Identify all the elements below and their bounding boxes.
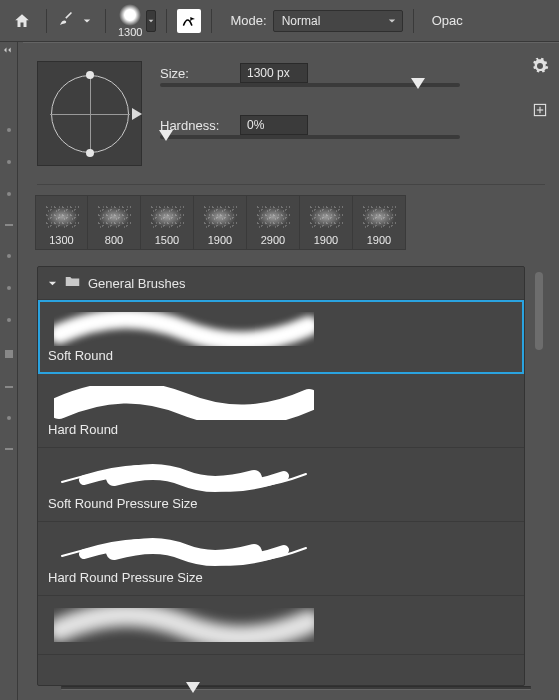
new-preset-icon: [532, 102, 548, 118]
recent-brush-item[interactable]: 1900: [300, 195, 353, 250]
brush-stroke-preview: [48, 604, 514, 640]
home-icon: [13, 12, 31, 30]
brush-list-item[interactable]: Hard Round Pressure Size: [38, 522, 524, 596]
slider-thumb[interactable]: [186, 682, 200, 693]
recent-brush-item[interactable]: 1900: [353, 195, 406, 250]
slider-thumb[interactable]: [411, 78, 425, 89]
angle-handle[interactable]: [86, 71, 94, 79]
brush-settings-panel: Size: 1300 px Hardness: 0%: [23, 42, 559, 700]
brush-angle-widget[interactable]: [37, 61, 142, 166]
brush-list: General Brushes Soft RoundHard RoundSoft…: [37, 266, 525, 686]
chevron-down-icon: [388, 14, 396, 28]
brush-name: Soft Round Pressure Size: [48, 496, 514, 511]
recent-brushes-strip: 130080015001900290019001900: [23, 185, 559, 258]
brush-stroke-preview: [48, 308, 514, 344]
brush-list-item[interactable]: Hard Round: [38, 374, 524, 448]
brush-list-item[interactable]: [38, 596, 524, 655]
brush-group-header[interactable]: General Brushes: [38, 267, 524, 300]
recent-brush-item[interactable]: 800: [88, 195, 141, 250]
tool-preset-picker[interactable]: [57, 10, 95, 31]
recent-brush-item[interactable]: 1500: [141, 195, 194, 250]
chevron-down-icon: [79, 13, 95, 29]
brush-name: Hard Round: [48, 422, 514, 437]
recent-brush-item[interactable]: 1900: [194, 195, 247, 250]
blend-mode-select[interactable]: Normal: [273, 10, 403, 32]
size-label: Size:: [160, 66, 230, 81]
brush-list-item[interactable]: Soft Round Pressure Size: [38, 448, 524, 522]
recent-brush-size: 1900: [367, 234, 391, 246]
brush-thumb: [42, 202, 82, 232]
brush-thumb: [94, 202, 134, 232]
slider-thumb[interactable]: [159, 130, 173, 141]
brush-stroke-preview: [48, 456, 514, 492]
new-brush-button[interactable]: [532, 102, 548, 121]
hardness-input[interactable]: 0%: [240, 115, 308, 135]
brush-thumb: [200, 202, 240, 232]
pressure-opacity-button[interactable]: [177, 9, 201, 33]
gear-icon: [531, 57, 549, 75]
brush-thumb: [359, 202, 399, 232]
folder-icon: [65, 275, 80, 291]
vertical-divider: [211, 9, 212, 33]
preview-zoom-slider[interactable]: [61, 686, 531, 690]
vertical-divider: [413, 9, 414, 33]
expand-panels-button[interactable]: [0, 42, 17, 58]
hardness-slider[interactable]: [160, 135, 460, 139]
pressure-icon: [181, 13, 197, 29]
brush-list-scrollbar[interactable]: [535, 266, 545, 686]
chevron-down-icon: [48, 276, 57, 291]
brush-thumb: [147, 202, 187, 232]
brush-icon: [57, 10, 75, 31]
panel-dock-strip: [0, 42, 18, 700]
recent-brush-size: 2900: [261, 234, 285, 246]
brush-thumb: [253, 202, 293, 232]
chevron-down-icon[interactable]: [146, 10, 156, 32]
panel-menu-button[interactable]: [531, 57, 549, 78]
scrollbar-thumb[interactable]: [535, 272, 543, 350]
brush-name: Hard Round Pressure Size: [48, 570, 514, 585]
brush-preview-size: 1300: [118, 27, 142, 38]
vertical-divider: [166, 9, 167, 33]
brush-stroke-preview: [48, 382, 514, 418]
mode-label: Mode:: [230, 13, 266, 28]
angle-arrow-icon: [132, 108, 142, 123]
brush-group-name: General Brushes: [88, 276, 186, 291]
recent-brush-size: 800: [105, 234, 123, 246]
blend-mode-value: Normal: [282, 14, 321, 28]
recent-brush-size: 1300: [49, 234, 73, 246]
home-button[interactable]: [8, 7, 36, 35]
vertical-divider: [46, 9, 47, 33]
vertical-divider: [105, 9, 106, 33]
brush-list-item[interactable]: Soft Round: [38, 300, 524, 374]
brush-stroke-preview: [48, 530, 514, 566]
angle-handle[interactable]: [86, 149, 94, 157]
recent-brush-size: 1900: [314, 234, 338, 246]
options-bar: 1300 Mode: Normal Opac: [0, 0, 559, 42]
size-input[interactable]: 1300 px: [240, 63, 308, 83]
recent-brush-size: 1900: [208, 234, 232, 246]
recent-brush-item[interactable]: 1300: [35, 195, 88, 250]
opacity-label: Opac: [432, 13, 463, 28]
recent-brush-size: 1500: [155, 234, 179, 246]
brush-thumb: [306, 202, 346, 232]
size-slider[interactable]: [160, 83, 460, 87]
brush-preview-dot: [119, 4, 141, 26]
recent-brush-item[interactable]: 2900: [247, 195, 300, 250]
brush-preset-picker[interactable]: 1300: [116, 4, 156, 38]
brush-name: Soft Round: [48, 348, 514, 363]
